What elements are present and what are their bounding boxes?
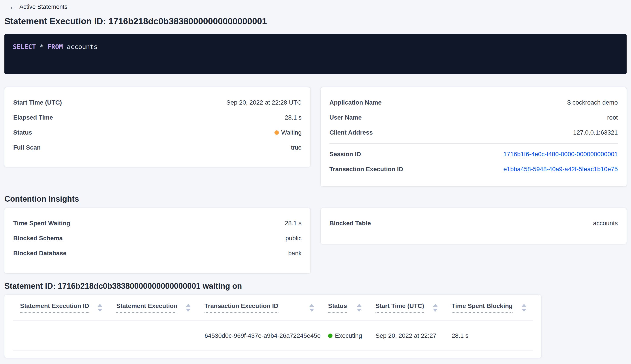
sql-table-name: accounts [63, 43, 98, 50]
back-link-label: Active Statements [20, 4, 68, 10]
blocked-table-label: Blocked Table [330, 220, 371, 227]
cell-statement-execution-id [13, 321, 109, 351]
detail-row: Elapsed Time 28.1 s [13, 110, 302, 125]
status-value: Waiting [281, 129, 302, 136]
sql-keyword: SELECT [13, 43, 36, 50]
column-label: Transaction Execution ID [204, 302, 278, 313]
column-header-status[interactable]: Status [321, 295, 368, 321]
sql-statement-box: SELECT * FROM accounts [4, 34, 626, 74]
column-label: Statement Execution ID [20, 302, 89, 313]
status-label: Status [13, 129, 32, 136]
user-name-value: root [607, 114, 618, 121]
user-name-label: User Name [330, 114, 362, 121]
detail-row: Full Scan true [13, 140, 302, 155]
executing-status-dot-icon [328, 334, 332, 338]
column-header-transaction-execution-id[interactable]: Transaction Execution ID [197, 295, 321, 321]
full-scan-value: true [291, 144, 302, 151]
cell-transaction-execution-id: 64530d0c-969f-437e-a9b4-26a72245e45e [197, 321, 321, 351]
statement-execution-details-page: ← Active Statements Statement Execution … [0, 0, 631, 364]
start-time-label: Start Time (UTC) [13, 99, 62, 106]
blocked-database-label: Blocked Database [13, 250, 66, 257]
detail-row: User Name root [330, 110, 618, 125]
column-header-statement-execution-id[interactable]: Statement Execution ID [13, 295, 109, 321]
detail-row: Time Spent Waiting 28.1 s [13, 216, 302, 231]
column-label: Time Spent Blocking [452, 302, 512, 313]
back-arrow-icon: ← [9, 4, 16, 10]
cell-time-spent-blocking: 28.1 s [444, 321, 533, 351]
detail-row: Start Time (UTC) Sep 20, 2022 at 22:28 U… [13, 95, 302, 110]
blocked-database-value: bank [288, 250, 302, 257]
waiting-on-table: Statement Execution ID Statement Executi… [13, 295, 533, 351]
client-address-value: 127.0.0.1:63321 [573, 129, 618, 136]
contention-waiting-card: Time Spent Waiting 28.1 s Blocked Schema… [4, 208, 310, 273]
waiting-status-dot-icon [274, 130, 279, 135]
sql-text: * [36, 43, 48, 50]
full-scan-label: Full Scan [13, 144, 40, 151]
blocked-schema-value: public [286, 235, 302, 242]
cell-status: Executing [321, 321, 368, 351]
column-header-start-time[interactable]: Start Time (UTC) [368, 295, 444, 321]
sort-icon[interactable] [186, 304, 190, 312]
detail-row: Blocked Database bank [13, 246, 302, 261]
cell-statement-execution [109, 321, 197, 351]
application-name-label: Application Name [330, 99, 382, 106]
status-value: Executing [335, 332, 362, 339]
detail-row: Session ID 1716b1f6-4e0c-f480-0000-00000… [330, 147, 618, 162]
elapsed-time-value: 28.1 s [285, 114, 302, 121]
sort-icon[interactable] [357, 304, 362, 312]
execution-details-card: Start Time (UTC) Sep 20, 2022 at 22:28 U… [4, 87, 310, 167]
detail-row: Blocked Table accounts [330, 216, 618, 231]
column-label: Status [328, 302, 347, 313]
table-header-row: Statement Execution ID Statement Executi… [13, 295, 533, 321]
session-id-link[interactable]: 1716b1f6-4e0c-f480-0000-000000000001 [504, 151, 618, 158]
detail-row: Transaction Execution ID e1bba458-5948-4… [330, 162, 618, 177]
sort-icon[interactable] [433, 304, 438, 312]
time-spent-waiting-label: Time Spent Waiting [13, 220, 70, 227]
back-link[interactable]: ← Active Statements [4, 3, 626, 10]
application-name-value: $ cockroach demo [567, 99, 618, 106]
sort-icon[interactable] [309, 304, 314, 312]
column-header-time-spent-blocking[interactable]: Time Spent Blocking [444, 295, 533, 321]
time-spent-waiting-value: 28.1 s [285, 220, 302, 227]
column-header-statement-execution[interactable]: Statement Execution [109, 295, 197, 321]
waiting-on-table-card: Statement Execution ID Statement Executi… [4, 295, 542, 358]
cell-start-time: Sep 20, 2022 at 22:27 [368, 321, 444, 351]
session-details-card: Application Name $ cockroach demo User N… [320, 87, 626, 186]
sql-keyword: FROM [48, 43, 63, 50]
status-badge: Waiting [274, 129, 302, 136]
detail-row: Client Address 127.0.0.1:63321 [330, 125, 618, 140]
blocked-schema-label: Blocked Schema [13, 235, 63, 242]
sort-icon[interactable] [98, 304, 102, 312]
session-id-label: Session ID [330, 151, 361, 158]
contention-insights-heading: Contention Insights [4, 194, 626, 204]
detail-row: Application Name $ cockroach demo [330, 95, 618, 110]
blocked-table-value: accounts [593, 220, 618, 227]
column-label: Statement Execution [116, 302, 178, 313]
blocked-table-card: Blocked Table accounts [320, 208, 626, 244]
table-row: 64530d0c-969f-437e-a9b4-26a72245e45e Exe… [13, 321, 533, 351]
waiting-on-heading: Statement ID: 1716b218dc0b38380000000000… [4, 282, 626, 291]
card-divider [330, 143, 618, 144]
column-label: Start Time (UTC) [376, 302, 424, 313]
start-time-value: Sep 20, 2022 at 22:28 UTC [226, 99, 302, 106]
client-address-label: Client Address [330, 129, 373, 136]
transaction-execution-id-label: Transaction Execution ID [330, 166, 403, 173]
sort-icon[interactable] [522, 304, 526, 312]
elapsed-time-label: Elapsed Time [13, 114, 53, 121]
detail-row: Blocked Schema public [13, 231, 302, 246]
transaction-execution-id-link[interactable]: e1bba458-5948-40a9-a42f-5feac1b10e75 [504, 166, 618, 173]
page-title: Statement Execution ID: 1716b218dc0b3838… [4, 16, 626, 26]
detail-row: Status Waiting [13, 125, 302, 140]
